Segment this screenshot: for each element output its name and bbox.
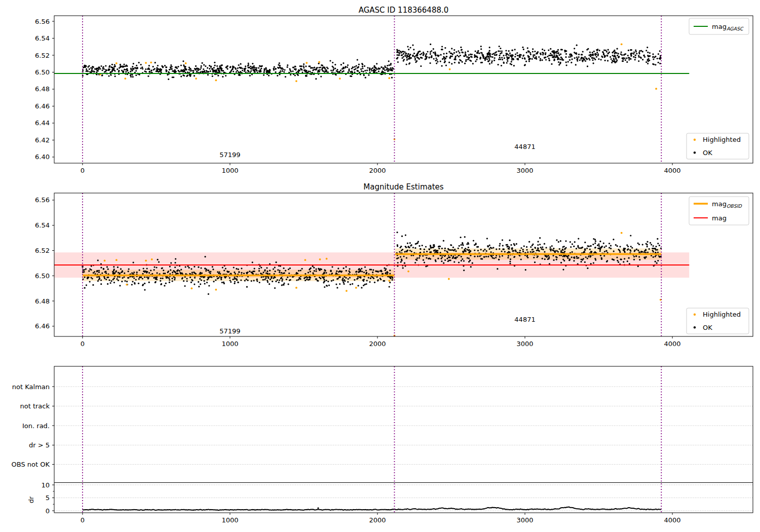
ok-point	[198, 68, 199, 69]
ok-point	[653, 251, 654, 252]
highlighted-point	[295, 80, 297, 82]
highlighted-marker-icon	[694, 314, 696, 316]
ok-point	[330, 69, 332, 71]
ok-point	[474, 54, 475, 56]
ok-point	[592, 52, 593, 53]
ok-point	[645, 252, 647, 253]
y-tick-label: 6.52	[35, 52, 50, 59]
ok-point	[142, 273, 143, 275]
ok-point	[465, 53, 466, 55]
ok-point	[375, 67, 376, 68]
ok-point	[474, 56, 475, 58]
ok-point	[349, 277, 351, 278]
ok-point	[470, 266, 472, 268]
ok-point	[583, 252, 584, 253]
ok-point	[247, 280, 249, 281]
ok-point	[587, 257, 588, 259]
legend: magOBSIDmag	[689, 197, 749, 225]
ok-point	[654, 248, 656, 249]
ok-point	[637, 265, 639, 267]
ok-point	[115, 65, 116, 67]
ok-point	[444, 61, 446, 62]
ok-point	[265, 273, 267, 274]
ok-point	[569, 53, 571, 55]
ok-point	[488, 60, 489, 62]
ok-point	[244, 70, 245, 72]
ok-point	[499, 243, 501, 245]
ok-point	[96, 71, 97, 73]
x-tick-label: 3000	[516, 340, 533, 348]
ok-point	[279, 279, 280, 281]
ok-point	[376, 63, 377, 64]
ok-point	[534, 247, 536, 248]
ok-point	[445, 58, 446, 59]
ok-point	[192, 272, 193, 273]
ok-point	[575, 64, 577, 65]
ok-point	[210, 70, 211, 72]
ok-point	[630, 49, 631, 51]
ok-point	[220, 277, 222, 279]
ok-point	[531, 249, 533, 250]
ok-point	[405, 247, 407, 248]
ok-point	[218, 70, 220, 72]
ok-point	[631, 53, 633, 54]
ok-point	[483, 256, 485, 258]
ok-point	[164, 65, 166, 66]
ok-point	[538, 56, 540, 58]
ok-point	[259, 282, 260, 283]
ok-point	[94, 271, 95, 273]
ok-point	[172, 70, 173, 72]
ok-point	[324, 286, 325, 288]
ok-point	[544, 251, 545, 253]
ok-point	[460, 55, 461, 56]
ok-point	[388, 60, 390, 62]
ok-point	[475, 51, 476, 52]
ok-point	[476, 246, 478, 248]
ok-point	[605, 250, 607, 251]
ok-point	[655, 56, 656, 57]
ok-point	[460, 60, 462, 61]
ok-point	[550, 246, 551, 248]
ok-point	[618, 53, 619, 54]
ok-point	[212, 266, 213, 268]
ok-point	[295, 68, 296, 70]
ok-point	[508, 54, 510, 56]
ok-point	[542, 54, 544, 55]
ok-point	[452, 247, 454, 248]
y-tick-label: 6.56	[35, 196, 50, 204]
ok-point	[561, 49, 563, 50]
ok-point	[423, 55, 424, 56]
ok-point	[544, 243, 545, 245]
ok-point	[323, 276, 325, 278]
ok-point	[599, 248, 600, 249]
ok-point	[523, 245, 525, 247]
ok-point	[431, 56, 432, 58]
ok-point	[516, 52, 518, 54]
ok-point	[370, 278, 371, 279]
y-tick-label: 6.46	[35, 322, 50, 330]
ok-point	[502, 245, 504, 246]
ok-point	[133, 63, 134, 64]
ok-point	[200, 267, 202, 269]
ok-point	[624, 251, 626, 253]
ok-point	[605, 50, 606, 51]
ok-point	[432, 247, 434, 248]
ok-point	[368, 74, 369, 76]
ok-point	[92, 278, 93, 279]
ok-point	[339, 271, 341, 272]
ok-point	[240, 63, 241, 65]
y-tick-label: 6.54	[35, 221, 50, 229]
ok-point	[279, 62, 280, 64]
ok-point	[107, 277, 109, 278]
ok-point	[301, 268, 303, 270]
ok-point	[208, 293, 209, 295]
ok-point	[363, 280, 364, 282]
ok-point	[128, 271, 129, 272]
ok-point	[578, 257, 579, 258]
ok-point	[132, 281, 133, 282]
ok-point	[486, 238, 488, 239]
ok-point	[148, 282, 150, 283]
ok-point	[528, 51, 530, 52]
ok-point	[301, 65, 302, 67]
ok-point	[117, 68, 118, 70]
